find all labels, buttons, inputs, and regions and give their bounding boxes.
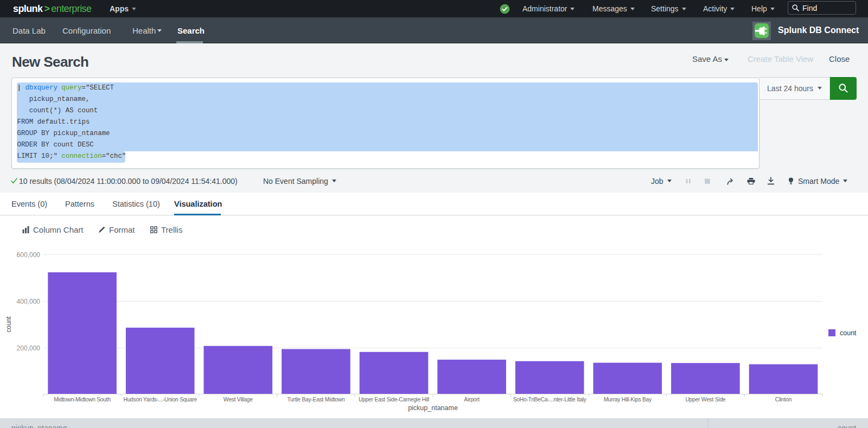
svg-text:Clinton: Clinton [775,397,792,403]
svg-text:400,000: 400,000 [17,298,41,305]
svg-text:Upper East Side-Carnegie Hill: Upper East Side-Carnegie Hill [359,397,429,403]
svg-text:West Village: West Village [224,397,253,403]
svg-text:Midtown-Midtown South: Midtown-Midtown South [54,397,111,403]
svg-text:count: count [5,316,12,333]
svg-text:count: count [840,329,857,337]
svg-text:600,000: 600,000 [17,251,41,259]
svg-text:Airport: Airport [464,397,480,403]
svg-text:Murray Hill-Kips Bay: Murray Hill-Kips Bay [604,397,652,403]
svg-text:Hudson Yards-...-Union Square: Hudson Yards-...-Union Square [123,397,197,403]
svg-text:SoHo-TriBeCa-...nter-Little It: SoHo-TriBeCa-...nter-Little Italy [513,397,587,403]
svg-text:pickup_ntaname: pickup_ntaname [408,404,458,412]
svg-text:Upper West Side: Upper West Side [685,397,725,403]
svg-text:Turtle Bay-East Midtown: Turtle Bay-East Midtown [287,397,345,403]
svg-text:200,000: 200,000 [17,344,41,352]
